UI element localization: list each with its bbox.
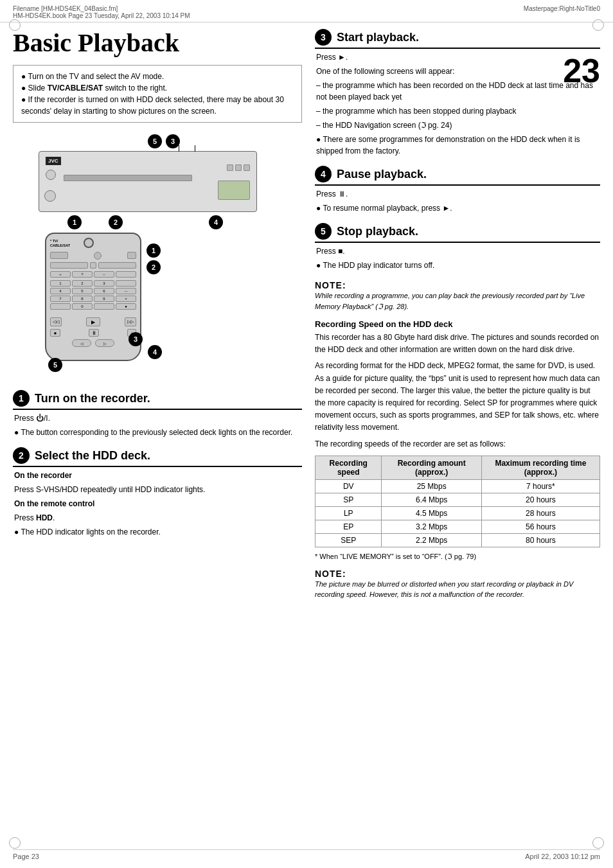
table-cell-3-2: 56 hours bbox=[481, 520, 600, 533]
step-5-num: 5 bbox=[315, 223, 332, 240]
plus-btn: + bbox=[50, 271, 71, 278]
device-illustration: 5 3 JVC bbox=[13, 133, 283, 384]
step-4-press: Press ⏸. bbox=[316, 188, 599, 200]
remote-control: * TV/CABLE/SAT + ? bbox=[45, 233, 141, 361]
step-1-num: 1 bbox=[13, 390, 30, 407]
fwd-btn: ▷▷ bbox=[125, 317, 136, 326]
table-cell-2-0: LP bbox=[315, 506, 382, 520]
step-badge-2-remote: 2 bbox=[147, 260, 161, 274]
table-cell-1-1: 6.4 Mbps bbox=[382, 493, 481, 506]
table-cell-4-1: 2.2 Mbps bbox=[382, 533, 481, 547]
step-3-title: Start playback. bbox=[337, 31, 419, 44]
remote-btn-c bbox=[127, 252, 136, 259]
step-3-screens-intro: One of the following screens will appear… bbox=[316, 66, 599, 77]
num-4: 4 bbox=[50, 288, 71, 294]
bottom-row: ◁ ▷ bbox=[50, 339, 136, 347]
num-3: 3 bbox=[94, 280, 114, 287]
footer-right: April 22, 2003 10:12 pm bbox=[525, 853, 600, 860]
remote-btn-b bbox=[94, 252, 102, 260]
step-1-body: Press ⏻/I. The button corresponding to t… bbox=[13, 412, 302, 438]
num-7: 7 bbox=[50, 296, 71, 302]
header-filename: Filename [HM-HDS4EK_04Basic.fm] HM-HDS4E… bbox=[13, 5, 190, 19]
corner-mark-bl bbox=[9, 837, 21, 849]
step-badge-5-remote: 5 bbox=[48, 358, 62, 372]
intro-bullet-1: Turn on the TV and select the AV mode. bbox=[21, 71, 294, 82]
display-panel bbox=[218, 181, 250, 200]
table-cell-0-0: DV bbox=[315, 479, 382, 493]
left-column: Basic Playback Turn on the TV and select… bbox=[13, 29, 302, 608]
step-3-bullet-1: There are some programmes for demonstrat… bbox=[316, 134, 599, 157]
r2-btn2 bbox=[90, 262, 96, 269]
minus-btn: − bbox=[94, 271, 114, 278]
step-3-body: Press ►. One of the following screens wi… bbox=[315, 51, 600, 157]
remote-top-row bbox=[50, 252, 136, 260]
remote-power-btn bbox=[84, 238, 94, 248]
step-badge-4-bottom: 4 bbox=[209, 215, 223, 229]
num-blank1 bbox=[116, 280, 136, 287]
header-masterpage: Masterpage:Right-NoTitle0 bbox=[524, 5, 600, 12]
step-2-section: 2 Select the HDD deck. On the recorder P… bbox=[13, 447, 302, 538]
rec-speed-section: Recording Speed on the HDD deck This rec… bbox=[315, 319, 600, 561]
intro-bullet-3: If the recorder is turned on with HDD de… bbox=[21, 94, 294, 117]
tape-slot bbox=[64, 175, 192, 181]
table-cell-2-2: 28 hours bbox=[481, 506, 600, 520]
transport-row2: ● ⏸ △ bbox=[50, 329, 136, 337]
step-badge-1-remote: 1 bbox=[147, 244, 161, 258]
on-recorder-label: On the recorder bbox=[14, 471, 72, 480]
num-2: 2 bbox=[72, 280, 93, 287]
step-5-section: 5 Stop playback. Press ■. The HDD play i… bbox=[315, 223, 600, 271]
step-badge-2-bottom: 2 bbox=[109, 215, 123, 229]
rec-speed-body3: The recording speeds of the recorder are… bbox=[315, 438, 600, 450]
hdd-recorder: JVC bbox=[39, 151, 257, 212]
cable-sat-label: * TV/CABLE/SAT bbox=[50, 239, 70, 248]
step-2-body: On the recorder Press S-VHS/HDD repeated… bbox=[13, 470, 302, 538]
num-8: 8 bbox=[72, 296, 93, 302]
step-5-press: Press ■. bbox=[316, 245, 599, 257]
step-3-press: Press ►. bbox=[316, 51, 599, 63]
step-5-title: Stop playback. bbox=[337, 225, 418, 238]
rec-btn: ● bbox=[50, 329, 60, 337]
num-blank2 bbox=[50, 303, 71, 310]
page-header: Filename [HM-HDS4EK_04Basic.fm] HM-HDS4E… bbox=[0, 0, 613, 22]
table-cell-4-0: SEP bbox=[315, 533, 382, 547]
main-content: Basic Playback Turn on the TV and select… bbox=[0, 22, 613, 614]
table-cell-2-1: 4.5 Mbps bbox=[382, 506, 481, 520]
step-4-num: 4 bbox=[315, 166, 332, 182]
rew-btn: ◁◁ bbox=[50, 317, 62, 326]
page-title: Basic Playback bbox=[13, 29, 302, 57]
rec-speed-body1: This recorder has a 80 Gbyte hard disk d… bbox=[315, 332, 600, 356]
remote-row2 bbox=[50, 262, 136, 269]
step-2-header: 2 Select the HDD deck. bbox=[13, 447, 302, 467]
disc-button bbox=[44, 190, 56, 202]
step-badge-3-remote: 3 bbox=[129, 332, 143, 346]
pause-btn: ⏸ bbox=[89, 329, 99, 337]
step-5-bullet-1: The HDD play indicator turns off. bbox=[316, 260, 599, 271]
on-remote-label: On the remote control bbox=[14, 499, 94, 508]
note-1-body: While recording a programme, you can pla… bbox=[315, 290, 600, 312]
jvc-logo: JVC bbox=[46, 157, 61, 165]
footer-left: Page 23 bbox=[13, 853, 39, 860]
step-badge-5-top: 5 bbox=[148, 134, 162, 148]
col-speed: Recording speed bbox=[315, 456, 382, 479]
col-time: Maximum recording time (approx.) bbox=[481, 456, 600, 479]
note-1-title: NOTE: bbox=[315, 280, 600, 290]
step-2-bullet-1: The HDD indicator lights on the recorder… bbox=[14, 526, 301, 538]
intro-box: Turn on the TV and select the AV mode. S… bbox=[13, 65, 302, 123]
numpad: 1 2 3 4 5 6 --- 7 8 9 × 0 ● bbox=[50, 280, 136, 310]
num-x: × bbox=[116, 296, 136, 302]
corner-mark-tl bbox=[9, 19, 21, 31]
right-column: 3 Start playback. Press ►. One of the fo… bbox=[315, 29, 600, 608]
step-1-title: Turn on the recorder. bbox=[35, 392, 150, 405]
transport-controls: ◁◁ ▶ ▷▷ bbox=[50, 317, 136, 326]
ctrl-btn-3 bbox=[244, 164, 250, 171]
step-1-bullet-1: The button corresponding to the previous… bbox=[14, 427, 301, 438]
step-4-title: Pause playback. bbox=[337, 168, 427, 181]
table-cell-0-1: 25 Mbps bbox=[382, 479, 481, 493]
step-1-section: 1 Turn on the recorder. Press ⏻/I. The b… bbox=[13, 390, 302, 438]
step-3-header: 3 Start playback. bbox=[315, 29, 600, 49]
step-3-num: 3 bbox=[315, 29, 332, 46]
step-4-header: 4 Pause playback. bbox=[315, 166, 600, 186]
page-number: 23 bbox=[563, 51, 600, 90]
intro-bullet-2: Slide TV/CABLE/SAT switch to the right. bbox=[21, 82, 294, 94]
table-cell-3-0: EP bbox=[315, 520, 382, 533]
